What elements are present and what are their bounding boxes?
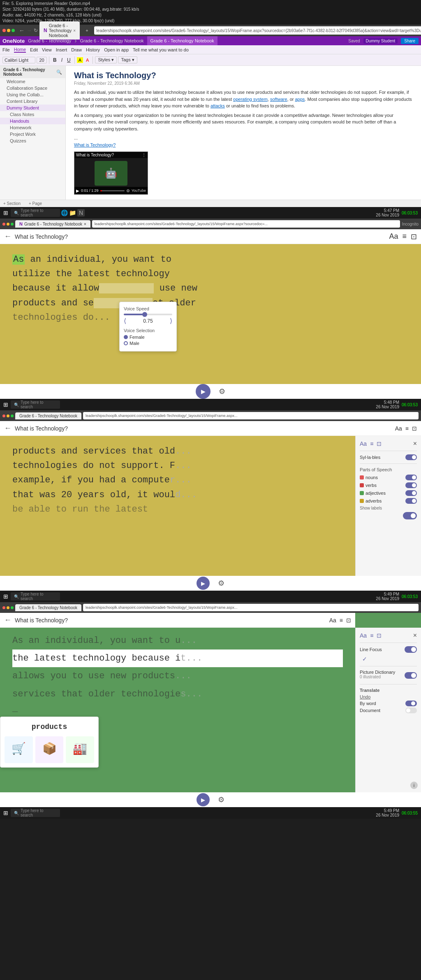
- menu-home[interactable]: Home: [14, 47, 26, 53]
- sidebar-section-class-notes[interactable]: Class Notes: [0, 111, 65, 118]
- ir-back-btn-3[interactable]: ←: [4, 424, 12, 433]
- link-apps[interactable]: apps: [295, 97, 305, 102]
- line-focus-toggle[interactable]: [405, 646, 417, 653]
- panel-aa-icon[interactable]: Aa: [360, 440, 367, 447]
- windows-btn-3[interactable]: ⊞: [2, 593, 10, 600]
- nav-grade6-tech[interactable]: Grade 6 - Technology: [28, 38, 71, 43]
- nav-forward-btn[interactable]: →: [26, 27, 32, 34]
- link-what-is-tech[interactable]: What is Technology?: [74, 142, 116, 147]
- pos-adverbs-toggle[interactable]: [405, 498, 417, 504]
- ir-text-size-icon-3[interactable]: Aa: [395, 425, 402, 432]
- menu-edit[interactable]: Edit: [30, 47, 38, 52]
- windows-btn-2[interactable]: ⊞: [2, 401, 10, 408]
- taskbar-search-4[interactable]: 🔍 Type here to search: [11, 809, 60, 817]
- taskbar-search-3[interactable]: 🔍 Type here to search: [11, 592, 60, 601]
- taskbar-search-1[interactable]: 🔍 Type here to search: [11, 209, 60, 217]
- ir-grammar-icon[interactable]: ≡: [402, 232, 407, 241]
- user-badge[interactable]: Dummy Student: [363, 38, 398, 44]
- sidebar-section-content-library[interactable]: Content Library: [0, 98, 65, 105]
- menu-file[interactable]: File: [2, 47, 10, 52]
- video-settings-icon[interactable]: ⚙: [126, 189, 130, 193]
- menu-tell-me[interactable]: Tell me what you want to do: [133, 47, 189, 52]
- panel4-grammar-icon[interactable]: ≡: [370, 632, 373, 639]
- ir-text-size-icon-4[interactable]: Aa: [329, 617, 336, 624]
- menu-history[interactable]: History: [86, 47, 100, 52]
- sidebar-section-handouts[interactable]: Handouts: [0, 118, 65, 124]
- ir-back-btn-4[interactable]: ←: [4, 616, 12, 624]
- sidebar-section-welcome[interactable]: Welcome: [0, 78, 65, 85]
- panel4-grid-icon[interactable]: ⊡: [377, 632, 382, 639]
- highlight-btn[interactable]: A: [77, 57, 83, 63]
- link-software[interactable]: software: [270, 97, 287, 102]
- voice-option-male[interactable]: Male: [124, 341, 172, 346]
- italic-btn[interactable]: I: [60, 57, 64, 63]
- sidebar-section-dummy-student[interactable]: Dummy Student: [0, 105, 65, 111]
- video-thumbnail[interactable]: 🤖: [95, 161, 127, 186]
- ir-grammar-icon-3[interactable]: ≡: [405, 425, 409, 432]
- font-size[interactable]: 20: [37, 57, 47, 63]
- s2-tab-close[interactable]: ×: [84, 222, 86, 226]
- panel4-close-btn[interactable]: ×: [413, 632, 417, 639]
- color-btn[interactable]: A: [84, 57, 90, 63]
- tags-btn[interactable]: Tags ▾: [118, 56, 137, 63]
- panel-close-btn[interactable]: ×: [413, 440, 417, 447]
- taskbar-search-2[interactable]: 🔍 Type here to search: [11, 400, 60, 409]
- menu-draw[interactable]: Draw: [71, 47, 82, 52]
- s3-play-btn[interactable]: ▶: [197, 577, 210, 590]
- menu-open-in-app[interactable]: Open in app: [104, 47, 129, 52]
- panel4-info-btn[interactable]: i: [410, 782, 418, 789]
- pos-adjectives-toggle[interactable]: [405, 490, 417, 496]
- speed-slider[interactable]: [124, 314, 172, 315]
- sidebar-section-homework[interactable]: Homework: [0, 124, 65, 131]
- sidebar-section-collab-space[interactable]: Collaboration Space: [0, 85, 65, 91]
- browser-new-tab[interactable]: +: [81, 26, 92, 35]
- url-bar[interactable]: leadershipschooplk.sharepoint.com/sites/…: [94, 26, 421, 35]
- video-play-btn[interactable]: ▶: [76, 189, 79, 193]
- ir-text-size-icon[interactable]: Aa: [389, 232, 398, 241]
- menu-view[interactable]: View: [42, 47, 52, 52]
- ir-play-btn-2[interactable]: ▶: [196, 384, 210, 399]
- ir-layout-icon[interactable]: ⊡: [411, 232, 417, 241]
- s4-play-btn[interactable]: ▶: [197, 793, 210, 806]
- panel-grammar-icon[interactable]: ≡: [370, 440, 373, 447]
- speed-decrease-btn[interactable]: ⟨: [124, 317, 126, 325]
- s4-voice-settings-icon[interactable]: ⚙: [218, 795, 224, 804]
- nav-notebook[interactable]: Grade 6 - Technology Notebook: [80, 38, 143, 43]
- nav-back-btn[interactable]: ←: [19, 27, 25, 34]
- speed-increase-btn[interactable]: ⟩: [170, 317, 172, 325]
- taskbar-icon-1b[interactable]: 📁: [69, 210, 76, 216]
- ir-grammar-icon-4[interactable]: ≡: [340, 617, 343, 624]
- video-menu-icon[interactable]: ⋮: [142, 153, 146, 157]
- font-face[interactable]: Calibri Light: [2, 57, 35, 63]
- panel-grid-icon[interactable]: ⊡: [377, 440, 382, 447]
- menu-insert[interactable]: Insert: [56, 47, 67, 52]
- pos-verbs-toggle[interactable]: [405, 482, 417, 488]
- link-attacks[interactable]: attacks: [210, 103, 225, 108]
- document-toggle[interactable]: [405, 708, 417, 713]
- pos-nouns-toggle[interactable]: [405, 475, 417, 480]
- underline-btn[interactable]: U: [65, 57, 72, 63]
- voice-option-female[interactable]: Female: [124, 335, 172, 340]
- link-os[interactable]: operating system: [233, 97, 268, 102]
- translate-undo-label[interactable]: Undo: [360, 694, 370, 699]
- refresh-btn[interactable]: ↻: [34, 28, 38, 33]
- share-button[interactable]: Share: [401, 38, 419, 44]
- sidebar-section-quizzes[interactable]: Quizzes: [0, 137, 65, 144]
- ir-layout-icon-4[interactable]: ⊡: [346, 617, 351, 624]
- ir-voice-settings-icon[interactable]: ⚙: [219, 387, 225, 396]
- taskbar-icon-1a[interactable]: 🌐: [61, 210, 68, 216]
- voice-radio-male[interactable]: [124, 341, 128, 345]
- browser-tab[interactable]: N Grade 6 - Technology Notebook ×: [39, 21, 80, 40]
- add-page-btn[interactable]: + Page: [29, 201, 42, 206]
- sidebar-search-icon[interactable]: 🔍: [56, 70, 62, 75]
- pic-dict-toggle[interactable]: [405, 672, 417, 679]
- add-section-btn[interactable]: + Section: [3, 201, 21, 206]
- windows-btn-1[interactable]: ⊞: [2, 210, 10, 216]
- panel4-aa-icon[interactable]: Aa: [360, 632, 367, 639]
- s3-voice-settings-icon[interactable]: ⚙: [218, 579, 224, 588]
- windows-btn-4[interactable]: ⊞: [2, 810, 10, 816]
- video-progress-bar[interactable]: [100, 190, 125, 191]
- voice-radio-female[interactable]: [124, 335, 128, 339]
- bold-btn[interactable]: B: [51, 57, 58, 63]
- styles-btn[interactable]: Styles ▾: [95, 56, 117, 63]
